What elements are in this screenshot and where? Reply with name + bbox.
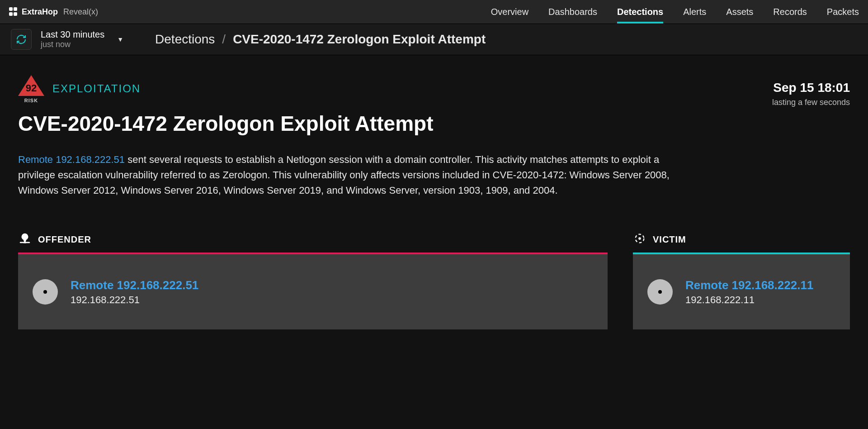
brand[interactable]: ExtraHop Reveal(x) bbox=[9, 7, 98, 17]
brand-logo-icon bbox=[9, 7, 18, 16]
refresh-button[interactable] bbox=[11, 29, 32, 50]
nav-packets[interactable]: Packets bbox=[827, 0, 859, 24]
offender-box: Remote 192.168.222.51 192.168.222.51 bbox=[18, 253, 608, 329]
svg-point-0 bbox=[22, 234, 28, 240]
time-range-selector[interactable]: Last 30 minutes just now ▼ bbox=[41, 29, 123, 49]
risk-label: RISK bbox=[18, 98, 44, 103]
brand-product: Reveal(x) bbox=[63, 7, 98, 17]
offender-label: OFFENDER bbox=[38, 234, 91, 245]
detection-content: 92 RISK EXPLOITATION CVE-2020-1472 Zerol… bbox=[0, 55, 868, 429]
detection-description: Remote 192.168.222.51 sent several reque… bbox=[18, 152, 696, 198]
refresh-icon bbox=[16, 34, 27, 45]
offender-ip: 192.168.222.51 bbox=[71, 294, 198, 306]
detection-category: EXPLOITATION bbox=[52, 75, 141, 95]
nav-items: Overview Dashboards Detections Alerts As… bbox=[491, 0, 859, 24]
node-icon bbox=[33, 279, 58, 305]
breadcrumb-separator: / bbox=[222, 32, 226, 47]
victim-label: VICTIM bbox=[653, 234, 686, 245]
nav-detections[interactable]: Detections bbox=[617, 0, 663, 24]
time-range-secondary: just now bbox=[41, 40, 104, 49]
target-icon bbox=[633, 232, 646, 247]
nav-alerts[interactable]: Alerts bbox=[683, 0, 706, 24]
victim-ip: 192.168.222.11 bbox=[685, 294, 813, 306]
node-icon bbox=[647, 279, 673, 305]
nav-overview[interactable]: Overview bbox=[491, 0, 528, 24]
breadcrumb-root[interactable]: Detections bbox=[155, 32, 215, 47]
breadcrumb: Detections / CVE-2020-1472 Zerologon Exp… bbox=[155, 32, 486, 47]
detection-timestamp: Sep 15 18:01 bbox=[772, 81, 850, 95]
chevron-down-icon: ▼ bbox=[117, 36, 123, 43]
risk-score: 92 bbox=[18, 82, 44, 94]
time-range-primary: Last 30 minutes bbox=[41, 29, 104, 40]
victim-panel: VICTIM Remote 192.168.222.11 192.168.222… bbox=[633, 232, 850, 329]
risk-badge: 92 RISK bbox=[18, 75, 44, 103]
victim-name[interactable]: Remote 192.168.222.11 bbox=[685, 278, 813, 292]
nav-dashboards[interactable]: Dashboards bbox=[548, 0, 597, 24]
brand-name: ExtraHop bbox=[22, 7, 58, 17]
skull-icon bbox=[18, 232, 32, 247]
detection-title: CVE-2020-1472 Zerologon Exploit Attempt bbox=[18, 111, 772, 136]
top-nav: ExtraHop Reveal(x) Overview Dashboards D… bbox=[0, 0, 868, 24]
nav-records[interactable]: Records bbox=[773, 0, 807, 24]
subheader: Last 30 minutes just now ▼ Detections / … bbox=[0, 24, 868, 55]
description-offender-link[interactable]: Remote 192.168.222.51 bbox=[18, 154, 125, 165]
breadcrumb-current: CVE-2020-1472 Zerologon Exploit Attempt bbox=[233, 32, 486, 47]
detection-duration: lasting a few seconds bbox=[772, 98, 850, 107]
offender-name[interactable]: Remote 192.168.222.51 bbox=[71, 278, 198, 292]
offender-panel: OFFENDER Remote 192.168.222.51 192.168.2… bbox=[18, 232, 608, 329]
svg-point-5 bbox=[638, 237, 641, 240]
nav-assets[interactable]: Assets bbox=[726, 0, 753, 24]
victim-box: Remote 192.168.222.11 192.168.222.11 bbox=[633, 253, 850, 329]
